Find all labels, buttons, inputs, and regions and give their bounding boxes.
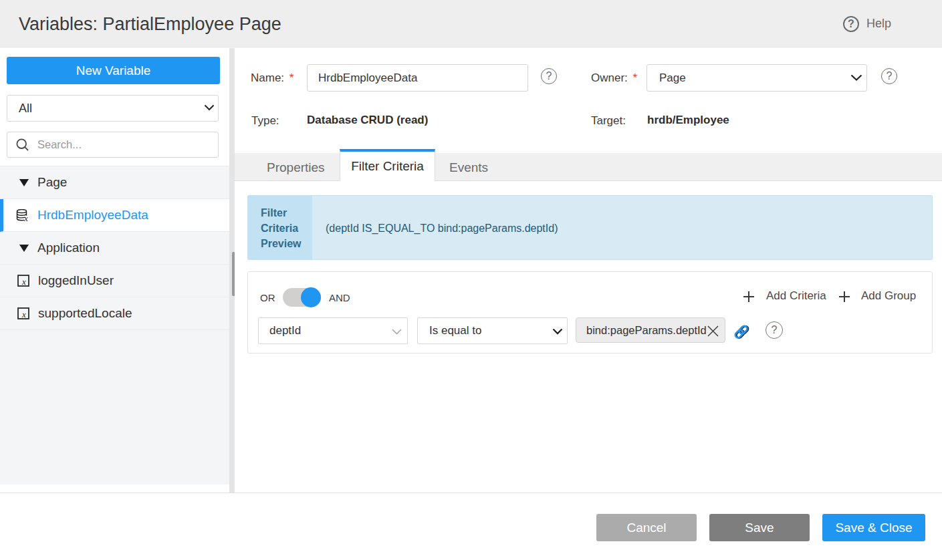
- svg-text:x: x: [21, 277, 26, 287]
- svg-text:x: x: [21, 309, 26, 319]
- svg-text:x: x: [23, 213, 28, 221]
